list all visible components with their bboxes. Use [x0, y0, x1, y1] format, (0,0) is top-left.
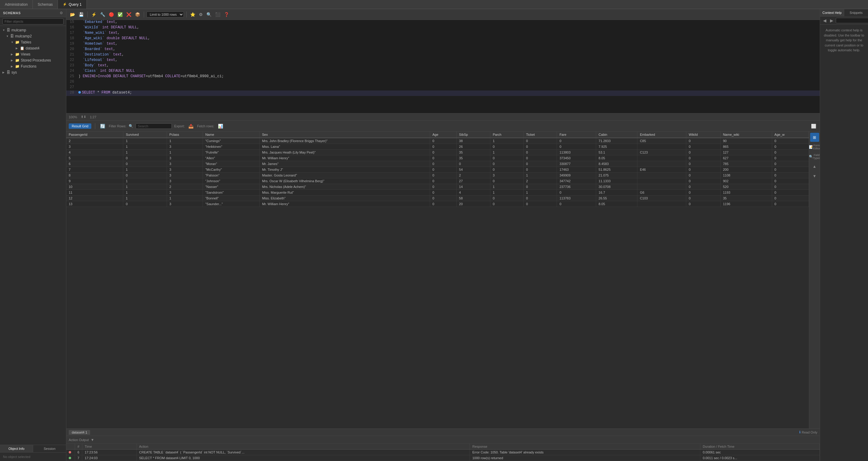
tab-context-help[interactable]: Context Help	[820, 9, 844, 16]
sidebar-item-stored-procs[interactable]: ▶ 📁 Stored Procedures	[0, 57, 66, 63]
code-editor[interactable]: 15 `Embarked` text,16 `WikiId` int DEFAU…	[66, 20, 820, 113]
table-row[interactable]: 313"Heikkinen"Miss. Laina"0260007.925086…	[66, 144, 809, 150]
col-header[interactable]: Survived	[123, 132, 167, 138]
help-toolbar-button[interactable]: ❓	[223, 11, 230, 18]
line-number: 17	[66, 31, 77, 36]
table-row[interactable]: 1303"Saunder..."Mr. William Henry"020000…	[66, 201, 809, 207]
filter-input[interactable]	[135, 123, 172, 129]
table-row[interactable]: 1113"Sandstrom"Miss. Marguerite Rut"0411…	[66, 190, 809, 196]
table-row[interactable]: 1012"Nasser"Mrs. Nicholas (Adele Achem)"…	[66, 184, 809, 190]
sidebar-item-views[interactable]: ▶ 📁 Views	[0, 51, 66, 57]
col-header[interactable]: SibSp	[457, 132, 490, 138]
package-button[interactable]: 📦	[134, 11, 141, 18]
table-row[interactable]: 411"Futrelle"Mrs. Jacques Heath (Lily Ma…	[66, 150, 809, 155]
context-search-input[interactable]	[836, 18, 868, 23]
sidebar-item-tables[interactable]: ▼ 📁 Tables	[0, 39, 66, 45]
close-result-button[interactable]: ❌	[125, 11, 133, 18]
table-cell: 347742	[557, 178, 596, 184]
result-area: Result Grid 🔄 Filter Rows: 🔍 Export: 📤 F…	[66, 121, 820, 436]
table-row[interactable]: 803"Palsson"Master. Gosta Leonard"023134…	[66, 173, 809, 178]
sidebar-item-mulcamp[interactable]: ▼ 🗄 mulcamp	[0, 27, 66, 33]
col-header[interactable]: Cabin	[596, 132, 638, 138]
table-cell: 3	[167, 144, 203, 150]
col-header[interactable]: Age	[430, 132, 456, 138]
table-cell: 3	[167, 173, 203, 178]
table-row[interactable]: 1211"Bonnell"Miss. Elizabeth"05800113783…	[66, 196, 809, 201]
table-cell: 20	[457, 201, 490, 207]
nav-next-btn[interactable]: ▶	[829, 18, 835, 23]
search-toolbar-button[interactable]: 🔍	[205, 11, 213, 18]
tab-query1[interactable]: ⚡ Query 1	[58, 0, 87, 9]
refresh-button[interactable]: ✅	[116, 11, 124, 18]
table-row[interactable]: 913"Johnson"Mrs. Oscar W (Elisabeth Vilh…	[66, 178, 809, 184]
table-row[interactable]: 503"Allen"Mr. William Henry"035003734508…	[66, 155, 809, 161]
stop-button[interactable]: 🔴	[107, 11, 115, 18]
sidebar-item-mulcamp2[interactable]: ▼ 🗄 mulcamp2	[0, 33, 66, 39]
toolbar-sep3	[186, 11, 187, 18]
sidebar-item-dataset4[interactable]: ▶ 📋 dataset4	[0, 45, 66, 51]
sidebar-item-functions[interactable]: ▶ 📁 Functions	[0, 63, 66, 69]
settings-button[interactable]: ⚙	[198, 11, 204, 18]
fetch-btn[interactable]: 📊	[217, 123, 224, 129]
col-header[interactable]: Parch	[490, 132, 523, 138]
table-row[interactable]: 603"Moran"Mr. James"00003308778.45830785…	[66, 161, 809, 167]
nav-prev-btn[interactable]: ◀	[822, 18, 828, 23]
tab-administration[interactable]: Administration	[0, 0, 33, 9]
table-cell: 0	[490, 196, 523, 201]
result-table-wrap[interactable]: PassengerIdSurvivedPclassNameSexAgeSibSp…	[66, 132, 809, 428]
square-button[interactable]: ⬛	[214, 11, 221, 18]
col-header[interactable]: Name_wiki	[720, 132, 772, 138]
save-button[interactable]: 💾	[78, 11, 85, 18]
tab-schemas[interactable]: Schemas	[33, 0, 58, 9]
table-cell	[638, 161, 686, 167]
sidebar-item-label: mulcamp2	[15, 34, 32, 38]
result-tab-dataset4[interactable]: dataset4 1	[69, 430, 90, 435]
execute-button[interactable]: ⚡	[90, 11, 98, 18]
table-cell: 3	[490, 173, 523, 178]
form-editor-side-btn[interactable]: 📝FormEditor	[810, 142, 819, 151]
col-header[interactable]: Embarked	[638, 132, 686, 138]
tab-object-info[interactable]: Object Info	[0, 445, 33, 452]
result-sep	[95, 123, 95, 129]
filter-input[interactable]	[2, 19, 64, 24]
row-num: 6	[75, 450, 82, 455]
col-header[interactable]: WikiId	[686, 132, 720, 138]
execute-current-button[interactable]: 🔧	[99, 11, 106, 18]
sidebar-settings-icon[interactable]: ⚙	[60, 11, 63, 15]
table-cell: C123	[638, 150, 686, 155]
field-types-side-btn[interactable]: 🔍FieldTypes	[810, 152, 819, 161]
execution-dot	[79, 91, 81, 93]
col-header[interactable]: Age_w	[772, 132, 809, 138]
col-header[interactable]: Pclass	[167, 132, 203, 138]
result-grid-tab[interactable]: Result Grid	[69, 123, 91, 129]
table-cell: Mrs. Oscar W (Elisabeth Vilhelmina Berg)…	[259, 178, 430, 184]
filter-search-icon: 🔍	[129, 124, 133, 128]
limit-select[interactable]: Limit to 1000 rows	[147, 11, 184, 18]
line-content: `Body` text,	[77, 63, 820, 69]
wrap-btn[interactable]: ⬜	[810, 123, 817, 129]
table-cell	[638, 144, 686, 150]
result-refresh-btn[interactable]: 🔄	[99, 123, 106, 129]
tab-session[interactable]: Session	[33, 445, 66, 452]
col-header[interactable]: Fare	[557, 132, 596, 138]
query-icon: ⚡	[63, 2, 67, 6]
col-header[interactable]: Name	[203, 132, 259, 138]
table-cell: 0	[490, 144, 523, 150]
star-button[interactable]: ⭐	[189, 11, 196, 18]
col-header[interactable]: Sex	[259, 132, 430, 138]
sidebar-item-sys[interactable]: ▶ 🗄 sys	[0, 69, 66, 76]
table-row[interactable]: 211"Cumings"Mrs. John Bradley (Florence …	[66, 138, 809, 144]
result-grid-side-btn[interactable]: ⊞	[810, 133, 819, 142]
tab-snippets[interactable]: Snippets	[844, 9, 868, 16]
sidebar-item-label: sys	[11, 70, 17, 75]
table-cell: C85	[638, 138, 686, 144]
table-row[interactable]: 713"McCarthy"Mr. Timothy J"054001746351.…	[66, 167, 809, 173]
col-header[interactable]: Ticket	[524, 132, 557, 138]
col-header[interactable]: PassengerId	[66, 132, 123, 138]
table-cell: 8.05	[596, 201, 638, 207]
sidebar-bottom: Object Info Session No object selected	[0, 445, 66, 461]
open-button[interactable]: 📂	[69, 11, 76, 18]
export-btn[interactable]: 📤	[187, 123, 195, 129]
scroll-down-side-btn[interactable]: ▼	[810, 171, 819, 180]
scroll-up-side-btn[interactable]: ▲	[810, 162, 819, 171]
